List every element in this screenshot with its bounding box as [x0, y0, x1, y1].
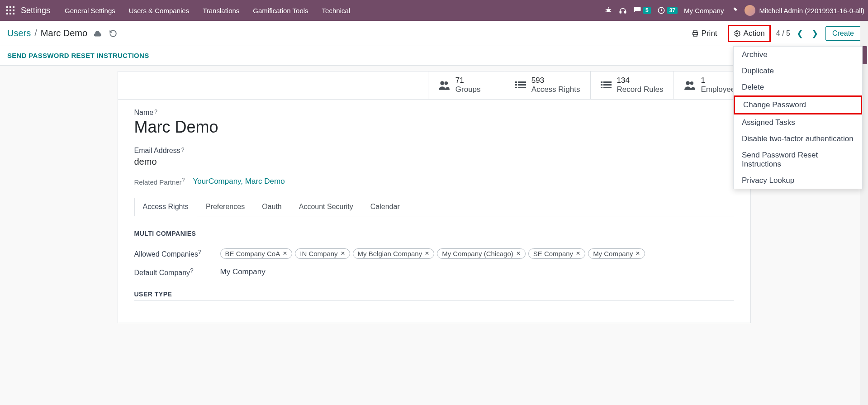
- pager-prev[interactable]: ❮: [795, 28, 805, 39]
- svg-rect-7: [9, 13, 11, 14]
- partner-row: Related Partner? YourCompany, Marc Demo: [134, 177, 734, 186]
- tab-access-rights[interactable]: Access Rights: [134, 198, 197, 216]
- company-tag[interactable]: SE Company✕: [528, 248, 585, 259]
- company-selector[interactable]: My Company: [684, 7, 724, 14]
- breadcrumb-current: Marc Demo: [41, 28, 87, 38]
- help-icon[interactable]: ?: [198, 248, 201, 255]
- company-tag[interactable]: BE Company CoA✕: [220, 248, 293, 259]
- action-change-password[interactable]: Change Password: [734, 95, 862, 114]
- menu-gamification[interactable]: Gamification Tools: [247, 3, 314, 18]
- svg-rect-2: [13, 6, 14, 8]
- action-disable-2fa[interactable]: Disable two-factor authentication: [734, 131, 862, 147]
- tabs: Access Rights Preferences Oauth Account …: [134, 198, 734, 216]
- default-company-value[interactable]: My Company: [220, 267, 266, 276]
- breadcrumb-root[interactable]: Users: [7, 28, 31, 38]
- svg-rect-35: [603, 87, 612, 88]
- top-menu: General Settings Users & Companies Trans…: [58, 3, 604, 18]
- name-value[interactable]: Marc Demo: [134, 118, 734, 137]
- debug-icon[interactable]: [604, 6, 612, 14]
- name-label: Name?: [134, 109, 734, 117]
- activities-icon[interactable]: 37: [657, 6, 678, 14]
- action-label: Action: [744, 29, 765, 38]
- top-nav: Settings General Settings Users & Compan…: [0, 0, 868, 21]
- help-icon[interactable]: ?: [181, 147, 185, 153]
- print-button[interactable]: Print: [687, 26, 722, 41]
- email-field-group: Email Address? demo: [134, 147, 734, 167]
- svg-rect-16: [625, 11, 626, 14]
- action-delete[interactable]: Delete: [734, 79, 862, 95]
- action-assigned-tasks[interactable]: Assigned Tasks: [734, 114, 862, 131]
- help-icon[interactable]: ?: [182, 177, 185, 183]
- support-icon[interactable]: [619, 6, 627, 14]
- stat-groups[interactable]: 71Groups: [428, 71, 505, 99]
- tab-oauth[interactable]: Oauth: [253, 198, 290, 216]
- help-icon[interactable]: ?: [154, 109, 157, 115]
- svg-rect-25: [518, 81, 526, 83]
- svg-rect-32: [601, 84, 602, 86]
- stat-access-rights[interactable]: 593Access Rights: [505, 71, 590, 99]
- help-icon[interactable]: ?: [190, 267, 193, 274]
- tab-preferences[interactable]: Preferences: [197, 198, 253, 216]
- menu-technical[interactable]: Technical: [316, 3, 357, 18]
- stat-record-rules[interactable]: 134Record Rules: [590, 71, 674, 99]
- remove-tag-icon[interactable]: ✕: [283, 250, 287, 257]
- action-send-reset[interactable]: Send Password Reset Instructions: [734, 147, 862, 172]
- svg-point-36: [686, 81, 690, 86]
- remove-tag-icon[interactable]: ✕: [425, 250, 429, 257]
- remove-tag-icon[interactable]: ✕: [516, 250, 521, 257]
- svg-point-23: [444, 81, 448, 85]
- company-tag[interactable]: My Company (Chicago)✕: [437, 248, 526, 259]
- svg-rect-30: [601, 81, 602, 83]
- svg-rect-15: [620, 11, 621, 14]
- company-tag[interactable]: My Company✕: [588, 248, 645, 259]
- control-right: Print Action 4 / 5 ❮ ❯ Create: [687, 25, 861, 42]
- company-tag[interactable]: My Belgian Company✕: [353, 248, 435, 259]
- discard-icon[interactable]: [109, 29, 117, 38]
- svg-rect-0: [6, 6, 8, 8]
- apps-icon[interactable]: [4, 4, 17, 17]
- create-button[interactable]: Create: [825, 26, 861, 41]
- svg-rect-6: [6, 13, 8, 14]
- form-sheet: 71Groups 593Access Rights 134Record Rule…: [118, 71, 751, 323]
- menu-users-companies[interactable]: Users & Companies: [123, 3, 195, 18]
- action-archive[interactable]: Archive: [734, 47, 862, 63]
- users-icon: [438, 80, 450, 90]
- tab-calendar[interactable]: Calendar: [362, 198, 408, 216]
- action-privacy-lookup[interactable]: Privacy Lookup: [734, 172, 862, 189]
- allowed-companies-tags[interactable]: BE Company CoA✕ IN Company✕ My Belgian C…: [220, 248, 645, 259]
- svg-rect-28: [515, 87, 517, 88]
- print-label: Print: [702, 29, 717, 38]
- svg-line-13: [606, 11, 607, 12]
- menu-translations[interactable]: Translations: [196, 3, 246, 18]
- save-icon[interactable]: [94, 30, 103, 37]
- stat-label: Record Rules: [617, 85, 664, 94]
- svg-rect-24: [515, 81, 517, 83]
- company-tag[interactable]: IN Company✕: [295, 248, 350, 259]
- partner-link[interactable]: YourCompany, Marc Demo: [193, 177, 285, 186]
- send-reset-button[interactable]: SEND PASSWORD RESET INSTRUCTIONS: [7, 52, 149, 59]
- list-icon: [601, 81, 612, 90]
- breadcrumb: Users / Marc Demo: [7, 28, 87, 38]
- allowed-companies-row: Allowed Companies? BE Company CoA✕ IN Co…: [134, 248, 734, 259]
- allowed-companies-label: Allowed Companies?: [134, 248, 211, 258]
- name-field-group: Name? Marc Demo: [134, 109, 734, 137]
- default-company-label: Default Company?: [134, 267, 211, 277]
- svg-point-22: [440, 81, 444, 86]
- tab-account-security[interactable]: Account Security: [290, 198, 362, 216]
- remove-tag-icon[interactable]: ✕: [636, 250, 640, 257]
- app-title[interactable]: Settings: [21, 6, 50, 15]
- messaging-icon[interactable]: 5: [633, 6, 651, 14]
- top-right: 5 37 My Company Mitchell Admin (22019931…: [604, 5, 864, 16]
- tools-icon[interactable]: [730, 6, 738, 14]
- remove-tag-icon[interactable]: ✕: [341, 250, 345, 257]
- email-label: Email Address?: [134, 147, 734, 155]
- menu-general-settings[interactable]: General Settings: [58, 3, 122, 18]
- form-body: Name? Marc Demo Email Address? demo Rela…: [118, 100, 750, 323]
- email-value[interactable]: demo: [134, 157, 734, 167]
- action-button[interactable]: Action: [728, 25, 771, 42]
- user-menu[interactable]: Mitchell Admin (22019931-16-0-all): [745, 5, 864, 16]
- action-duplicate[interactable]: Duplicate: [734, 63, 862, 79]
- pager-next[interactable]: ❯: [810, 28, 820, 39]
- svg-point-37: [690, 81, 693, 85]
- remove-tag-icon[interactable]: ✕: [576, 250, 580, 257]
